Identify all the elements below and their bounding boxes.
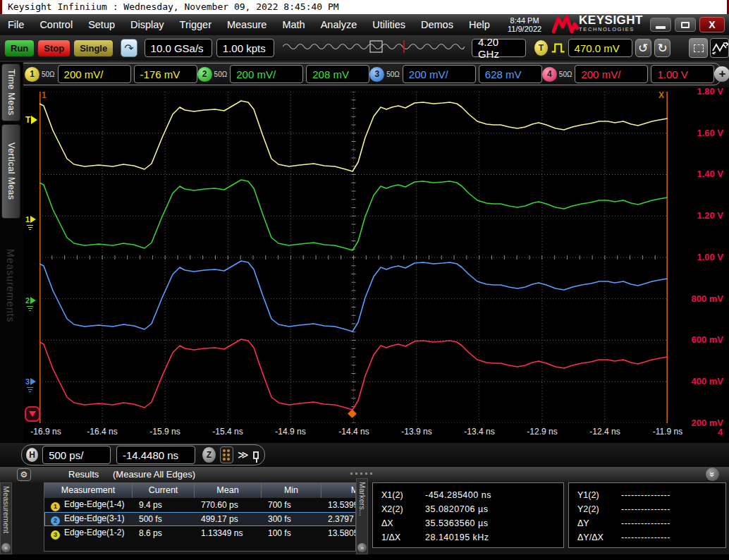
- region-select-button[interactable]: [689, 38, 708, 58]
- mean-value: 1.13349 ns: [195, 528, 262, 538]
- marker-label: Y2(2): [577, 504, 621, 514]
- brand-sub: TECHNOLOGIES: [579, 25, 643, 34]
- table-row[interactable]: 3Edge-Edge(1-2) 8.6 ps 1.13349 ns 100 fs…: [44, 526, 356, 540]
- channel-1-offset-field[interactable]: -176 mV: [134, 65, 197, 83]
- channel-4-scale-field[interactable]: 200 mV/: [575, 65, 648, 83]
- maximize-button[interactable]: [675, 18, 696, 32]
- tab-time-meas[interactable]: Time Meas: [1, 63, 20, 121]
- channel-1-button[interactable]: 1: [25, 67, 39, 82]
- tab-vertical-meas[interactable]: Vertical Meas: [1, 124, 20, 219]
- keysight-spark-icon: [552, 16, 579, 34]
- channel-3-offset-field[interactable]: 628 mV: [479, 65, 542, 83]
- menu-utilities[interactable]: Utilities: [364, 14, 413, 35]
- current-value: 8.6 ps: [133, 528, 195, 538]
- single-button[interactable]: Single: [73, 39, 114, 57]
- v-axis-label: 600 mV: [681, 334, 723, 345]
- pin-icon[interactable]: [253, 451, 259, 459]
- menu-math[interactable]: Math: [274, 14, 312, 35]
- channel-4-offscreen-marker[interactable]: [25, 406, 40, 422]
- trigger-level-marker[interactable]: T: [25, 115, 37, 125]
- channel-1-ground-marker[interactable]: 1: [25, 215, 39, 230]
- t-axis-label: -13.9 ns: [401, 427, 431, 437]
- max-value: 2.3797 n: [321, 514, 356, 524]
- memory-depth-field[interactable]: 1.00 kpts: [216, 39, 274, 57]
- chevron-down-icon: »: [707, 472, 718, 477]
- menu-setup[interactable]: Setup: [80, 14, 123, 35]
- autoscale-button[interactable]: [710, 38, 729, 58]
- menu-display[interactable]: Display: [123, 14, 172, 35]
- bandwidth-field[interactable]: 4.20 GHz: [472, 39, 526, 57]
- ground-arrow-icon: [30, 297, 36, 304]
- measurement-badge: 2: [51, 516, 60, 525]
- menu-help[interactable]: Help: [461, 14, 498, 35]
- channel-1-scale-field[interactable]: 200 mV/: [58, 65, 131, 83]
- measurement-badge: 1: [51, 502, 60, 511]
- timebase-position-field[interactable]: -14.4480 ns: [116, 446, 195, 464]
- channel-2-button[interactable]: 2: [197, 67, 212, 82]
- segmented-display-button[interactable]: [220, 446, 233, 463]
- max-value: 13.5399: [321, 500, 356, 510]
- collapse-panel-button[interactable]: »: [706, 468, 719, 481]
- undo-button[interactable]: ↺: [635, 39, 651, 57]
- window-title: Keysight Infiniium : Wednesday, November…: [0, 0, 729, 14]
- timebase-scale-field[interactable]: 500 ps/: [42, 446, 111, 464]
- close-button[interactable]: X: [699, 17, 725, 32]
- channel-2-ground-marker[interactable]: 2: [25, 296, 39, 311]
- waveform-slider-icon: [283, 39, 465, 54]
- menu-trigger[interactable]: Trigger: [172, 14, 219, 35]
- marker-value: -454.285400 ns: [425, 490, 491, 500]
- measurement-name: Edge-Edge(3-1): [64, 513, 124, 523]
- channel-3-button[interactable]: 3: [369, 67, 384, 82]
- menu-measure[interactable]: Measure: [219, 14, 274, 35]
- v-axis-label: 1.60 V: [681, 128, 723, 138]
- channel-4-offset-field[interactable]: 1.00 V: [651, 65, 714, 83]
- col-max: Max: [321, 483, 356, 498]
- min-value: 700 fs: [262, 500, 321, 510]
- horizontal-button[interactable]: H: [26, 448, 38, 462]
- close-icon: X: [709, 19, 715, 30]
- t-axis-label: -16.9 ns: [30, 427, 61, 437]
- expand-timebase-icon[interactable]: ≫: [238, 449, 249, 461]
- channel-4-button[interactable]: 4: [542, 67, 557, 82]
- stop-button[interactable]: Stop: [37, 39, 71, 57]
- channel-3-scale-field[interactable]: 200 mV/: [403, 65, 476, 83]
- menu-demos[interactable]: Demos: [413, 14, 461, 35]
- menu-control[interactable]: Control: [32, 14, 80, 35]
- t-axis-label: -14.4 ns: [338, 427, 369, 437]
- trigger-level-field[interactable]: 470.0 mV: [568, 39, 632, 57]
- menu-file[interactable]: File: [0, 14, 32, 35]
- max-value: 13.5805: [321, 528, 356, 538]
- markers-side-tab[interactable]: Markers... »: [356, 478, 368, 554]
- channel-1-impedance: 50Ω: [42, 71, 55, 78]
- collapse-left-icon[interactable]: «: [1, 543, 11, 552]
- channel-2-scale-field[interactable]: 200 mV/: [230, 65, 303, 83]
- channel-2-offset-field[interactable]: 208 mV: [306, 65, 369, 83]
- redo-button[interactable]: ↻: [654, 39, 670, 57]
- measurement-side-tab[interactable]: Measurement «: [0, 482, 12, 554]
- menu-analyze[interactable]: Analyze: [313, 14, 365, 35]
- table-row[interactable]: 1Edge-Edge(1-4) 9.4 ps 770.60 ps 700 fs …: [44, 498, 356, 512]
- ground-arrow-icon: [30, 216, 36, 223]
- min-value: 100 fs: [262, 528, 321, 538]
- run-button[interactable]: Run: [4, 39, 35, 57]
- add-waveform-button[interactable]: +: [714, 66, 729, 82]
- grid-close-icon[interactable]: X: [658, 90, 664, 100]
- collapse-right-icon[interactable]: »: [357, 543, 367, 552]
- touch-gesture-button[interactable]: ↷: [121, 39, 137, 57]
- channel-3-ground-marker[interactable]: 3: [25, 377, 39, 392]
- channel-bar: 1 50Ω 200 mV/ -176 mV 2 50Ω 200 mV/ 208 …: [0, 61, 729, 87]
- v-axis-label: 200 mV: [681, 418, 723, 428]
- channel-2-group: 2 50Ω 200 mV/ 208 mV: [197, 65, 370, 83]
- results-settings-button[interactable]: ⚙: [17, 468, 31, 481]
- zoom-button[interactable]: Z: [202, 447, 216, 463]
- marker-value: ---------------: [621, 518, 670, 528]
- mean-value: 499.17 ps: [195, 514, 262, 524]
- trigger-source-button[interactable]: T: [534, 40, 549, 56]
- drag-grip-icon[interactable]: [350, 473, 372, 475]
- horizontal-position-slider[interactable]: [283, 39, 465, 56]
- marker-label: ΔX: [381, 518, 425, 528]
- minimize-button[interactable]: [650, 18, 671, 32]
- table-row-selected[interactable]: 2Edge-Edge(3-1) 500 fs 499.17 ps 300 fs …: [44, 512, 356, 526]
- sample-rate-field[interactable]: 10.0 GSa/s: [145, 39, 212, 57]
- marker-value: 35.0820706 µs: [425, 504, 488, 514]
